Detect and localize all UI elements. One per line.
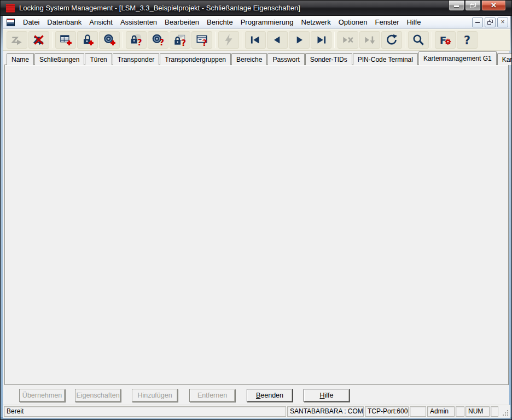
login-button[interactable]: [7, 31, 27, 49]
menu-assistenten[interactable]: Assistenten: [117, 16, 161, 28]
mdi-minimize-button[interactable]: [472, 18, 483, 27]
apply-button[interactable]: Übernehmen: [19, 389, 65, 402]
last-record-icon: [314, 33, 328, 47]
menu-hilfe[interactable]: Hilfe: [403, 16, 425, 28]
menu-netzwerk[interactable]: Netzwerk: [298, 16, 335, 28]
status-num-lock: NUM: [466, 406, 490, 417]
status-bar: Bereit SANTABARBARA : COM9 TCP-Port:6000…: [3, 405, 510, 418]
logout-icon: [32, 33, 46, 47]
tab-sonder-tids[interactable]: Sonder-TIDs: [305, 53, 352, 65]
tab-pin-code-terminal[interactable]: PIN-Code Terminal: [353, 53, 418, 65]
menu-fenster[interactable]: Fenster: [371, 16, 403, 28]
toolbar-separator: [432, 32, 432, 48]
svg-text:?: ?: [202, 38, 207, 46]
tab-content-panel: [4, 65, 509, 385]
window-title: Locking System Management - [LSM_3.3_Bei…: [19, 1, 300, 16]
toolbar: ? ? ? ?: [3, 29, 510, 51]
menu-datei[interactable]: Datei: [19, 16, 43, 28]
restore-icon: [470, 3, 476, 8]
status-empty-2: [456, 406, 464, 417]
cancel-record-icon: [341, 33, 355, 47]
menu-programmierung[interactable]: Programmierung: [237, 16, 298, 28]
remove-button[interactable]: Entfernen: [189, 389, 235, 402]
search-button[interactable]: [408, 31, 429, 49]
svg-text:F: F: [440, 34, 447, 45]
toolbar-separator: [334, 32, 335, 48]
minimize-icon: [454, 5, 459, 7]
previous-record-icon: [270, 33, 284, 47]
tab-schliessungen[interactable]: Schließungen: [34, 53, 84, 65]
mdi-restore-button[interactable]: [485, 18, 496, 27]
menu-datenbank[interactable]: Datenbank: [43, 16, 85, 28]
window-border-left: [1, 16, 3, 417]
tab-passwort[interactable]: Passwort: [267, 53, 304, 65]
help-footer-button[interactable]: Hilfe: [304, 389, 350, 402]
svg-text:?: ?: [181, 38, 186, 46]
restore-button[interactable]: [465, 1, 481, 11]
tab-name[interactable]: Name: [7, 53, 34, 65]
toolbar-separator: [123, 32, 123, 48]
toolbar-separator: [215, 32, 216, 48]
menu-ansicht[interactable]: Ansicht: [85, 16, 117, 28]
document-icon[interactable]: [7, 19, 15, 26]
new-transponder-button[interactable]: [99, 31, 120, 49]
previous-record-button[interactable]: [267, 31, 288, 49]
tab-transpondergruppen[interactable]: Transpondergruppen: [160, 53, 231, 65]
last-record-button[interactable]: [311, 31, 331, 49]
close-button[interactable]: ✕: [481, 1, 506, 11]
read-lock-button[interactable]: ?: [126, 31, 147, 49]
new-locking-system-button[interactable]: [55, 31, 76, 49]
cancel-record-button[interactable]: [338, 31, 358, 49]
login-icon: [10, 33, 24, 47]
quit-button[interactable]: Beenden: [247, 389, 293, 402]
help-button[interactable]: ?: [457, 31, 478, 49]
read-device-button[interactable]: ?: [191, 31, 212, 49]
toolbar-separator: [242, 32, 242, 48]
next-record-button[interactable]: [289, 31, 310, 49]
mdi-window-controls: ×: [472, 18, 508, 27]
tab-kartenmanagement-g1[interactable]: Kartenmanagement G1: [418, 51, 497, 65]
toolbar-separator: [405, 32, 405, 48]
read-lock-card-button[interactable]: ?: [170, 31, 190, 49]
minimize-button[interactable]: [449, 1, 464, 11]
menu-bar: Datei Datenbank Ansicht Assistenten Bear…: [3, 16, 510, 29]
refresh-button[interactable]: [381, 31, 402, 49]
read-transponder-icon: ?: [151, 33, 165, 47]
logout-button[interactable]: [28, 31, 49, 49]
mdi-close-button[interactable]: ×: [497, 18, 508, 27]
tab-tueren[interactable]: Türen: [85, 53, 112, 65]
new-lock-button[interactable]: [77, 31, 98, 49]
title-bar: Locking System Management - [LSM_3.3_Bei…: [1, 1, 512, 16]
new-transponder-icon: [102, 33, 117, 47]
help-icon: ?: [460, 33, 474, 47]
app-logo-icon: [6, 4, 15, 13]
application-window: Locking System Management - [LSM_3.3_Bei…: [0, 0, 512, 420]
search-icon: [411, 33, 426, 47]
apply-record-button[interactable]: [359, 31, 380, 49]
menu-bearbeiten[interactable]: Bearbeiten: [161, 16, 203, 28]
first-record-button[interactable]: [245, 31, 266, 49]
mdi-restore-icon: [487, 20, 493, 25]
status-ready: Bereit: [4, 406, 286, 417]
svg-text:?: ?: [159, 38, 164, 47]
program-button[interactable]: [218, 31, 239, 49]
tab-transponder[interactable]: Transponder: [113, 53, 160, 65]
resize-grip-icon[interactable]: [501, 408, 509, 417]
tab-bereiche[interactable]: Bereiche: [231, 53, 267, 65]
new-locking-system-icon: [59, 33, 73, 47]
status-tcp-port: TCP-Port:6000: [365, 406, 409, 417]
program-flash-icon: [222, 33, 236, 47]
tab-strip: Name Schließungen Türen Transponder Tran…: [7, 51, 512, 65]
properties-button[interactable]: Eigenschaften: [75, 389, 121, 402]
filter-settings-button[interactable]: F: [435, 31, 456, 49]
toolbar-separator: [52, 32, 53, 48]
tab-kartenmanagement-g2[interactable]: Kartenmanagement G2: [497, 53, 512, 65]
apply-record-icon: [363, 33, 377, 47]
svg-text:?: ?: [137, 38, 142, 47]
read-transponder-button[interactable]: ?: [148, 31, 168, 49]
menu-optionen[interactable]: Optionen: [335, 16, 371, 28]
mdi-minimize-icon: [475, 22, 480, 23]
menu-berichte[interactable]: Berichte: [203, 16, 237, 28]
status-com-port: SANTABARBARA : COM9: [287, 406, 364, 417]
add-button[interactable]: Hinzufügen: [132, 389, 178, 402]
